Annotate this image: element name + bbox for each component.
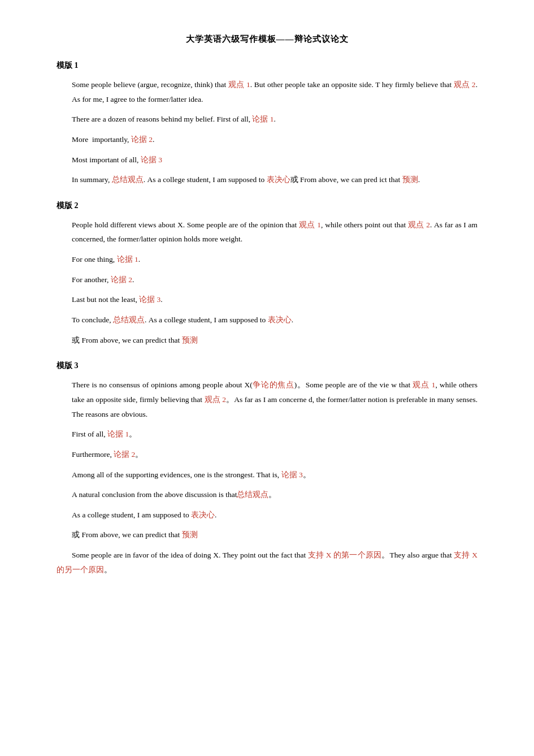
section-2-para-3: For another, 论据 2. bbox=[57, 273, 477, 287]
section-3-para-3: Furthermore, 论据 2。 bbox=[57, 447, 477, 462]
cn-s2-viewpoint-1: 观点 1 bbox=[299, 221, 321, 229]
section-2-para-2: For one thing, 论据 1. bbox=[57, 252, 477, 267]
section-2-para-1: People hold different views about X. Som… bbox=[57, 218, 477, 247]
cn-s3-reason-2: 论据 2 bbox=[114, 450, 135, 459]
section-1-para-2: There are a dozen of reasons behind my b… bbox=[57, 112, 477, 127]
cn-s2-summary: 总结观点 bbox=[113, 316, 145, 324]
section-3-para-5: A natural conclusion from the above disc… bbox=[57, 487, 477, 502]
section-3-para-7: 或 From above, we can predict that 预测 bbox=[57, 528, 477, 542]
section-1: 模版 1 Some people believe (argue, recogni… bbox=[57, 61, 477, 187]
section-1-para-1: Some people believe (argue, recognize, t… bbox=[57, 77, 477, 106]
cn-s3-resolve: 表决心 bbox=[191, 511, 215, 519]
section-3-para-8: Some people are in favor of the idea of … bbox=[57, 548, 477, 577]
section-3-para-4: Among all of the supporting evidences, o… bbox=[57, 468, 477, 482]
cn-s3-reason-1: 论据 1 bbox=[107, 430, 129, 438]
cn-summary-1: 总结观点 bbox=[112, 175, 144, 184]
cn-s3-support-1: 支持 X 的第一个原因 bbox=[308, 551, 382, 559]
cn-s2-resolve: 表决心 bbox=[268, 316, 292, 324]
section-2-para-6: 或 From above, we can predict that 预测 bbox=[57, 333, 477, 348]
page-title: 大学英语六级写作模板——辩论式议论文 bbox=[57, 34, 477, 45]
section-3-para-2: First of all, 论据 1。 bbox=[57, 427, 477, 442]
cn-s3-viewpoint-2: 观点 2 bbox=[205, 395, 226, 404]
section-3-para-6: As a college student, I am supposed to 表… bbox=[57, 508, 477, 522]
cn-s3-viewpoint-1: 观点 1 bbox=[413, 381, 435, 389]
cn-s2-viewpoint-2: 观点 2 bbox=[408, 221, 430, 229]
cn-viewpoint-1: 观点 1 bbox=[228, 80, 250, 89]
section-3: 模版 3 There is no consensus of opinions a… bbox=[57, 361, 477, 577]
cn-s2-reason-3: 论据 3 bbox=[139, 295, 160, 304]
section-3-para-1: There is no consensus of opinions among … bbox=[57, 378, 477, 421]
cn-viewpoint-2: 观点 2 bbox=[454, 80, 476, 89]
section-2: 模版 2 People hold different views about X… bbox=[57, 201, 477, 347]
section-2-title: 模版 2 bbox=[57, 201, 477, 211]
section-1-para-5: In summary, 总结观点. As a college student, … bbox=[57, 172, 477, 187]
section-2-para-4: Last but not the least, 论据 3. bbox=[57, 292, 477, 307]
section-1-para-4: Most important of all, 论据 3 bbox=[57, 153, 477, 167]
section-3-title: 模版 3 bbox=[57, 361, 477, 371]
page-container: 大学英语六级写作模板——辩论式议论文 模版 1 Some people beli… bbox=[0, 0, 534, 756]
cn-s3-summary: 总结观点 bbox=[237, 490, 268, 499]
cn-s3-support-2: 支持 X 的另一个原因 bbox=[57, 551, 477, 574]
section-1-title: 模版 1 bbox=[57, 61, 477, 71]
cn-predict-1: 预测 bbox=[402, 175, 418, 184]
cn-s2-reason-2: 论据 2 bbox=[111, 275, 132, 284]
cn-reason-1: 论据 1 bbox=[252, 115, 273, 123]
cn-s3-reason-3: 论据 3 bbox=[281, 470, 303, 479]
section-2-para-5: To conclude, 总结观点. As a college student,… bbox=[57, 313, 477, 327]
cn-reason-3: 论据 3 bbox=[141, 155, 162, 164]
cn-s2-predict: 预测 bbox=[182, 336, 198, 344]
section-1-para-3: More importantly, 论据 2. bbox=[57, 132, 477, 147]
cn-resolve-1: 表决心 bbox=[267, 175, 290, 184]
cn-reason-2: 论据 2 bbox=[131, 135, 153, 144]
cn-s2-reason-1: 论据 1 bbox=[117, 255, 138, 263]
cn-s3-focus: 争论的焦点 bbox=[253, 381, 294, 389]
cn-s3-predict: 预测 bbox=[182, 530, 198, 539]
